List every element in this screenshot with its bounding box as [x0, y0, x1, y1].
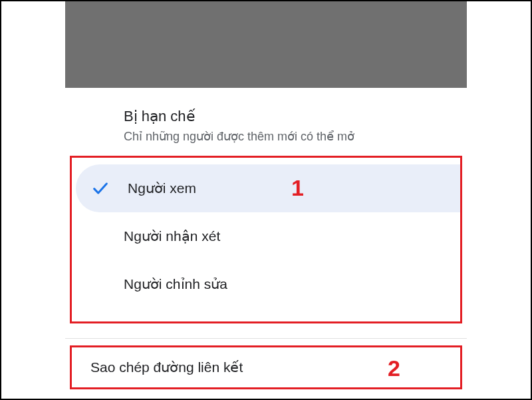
copy-link-button[interactable]: Sao chép đường liên kết	[90, 359, 243, 375]
restriction-header: Bị hạn chế Chỉ những người được thêm mới…	[65, 108, 467, 144]
annotation-1: 1	[291, 175, 304, 201]
header-placeholder	[65, 1, 467, 88]
check-icon	[90, 178, 110, 198]
phone-viewport: Bị hạn chế Chỉ những người được thêm mới…	[65, 1, 467, 399]
role-option-label: Người xem	[128, 180, 196, 196]
role-option-viewer[interactable]: Người xem	[76, 164, 460, 212]
role-option-commenter[interactable]: Người nhận xét	[72, 212, 460, 260]
frame: Bị hạn chế Chỉ những người được thêm mới…	[0, 0, 532, 400]
copy-link-highlight: Sao chép đường liên kết 2	[70, 345, 462, 389]
restriction-title: Bị hạn chế	[124, 108, 454, 125]
share-panel: Bị hạn chế Chỉ những người được thêm mới…	[65, 88, 467, 389]
role-option-editor[interactable]: Người chỉnh sửa	[72, 260, 460, 308]
annotation-2: 2	[388, 355, 400, 381]
role-options-highlight: 1 Người xem Người nhận xét Người chỉnh s…	[70, 156, 462, 323]
restriction-subtitle: Chỉ những người được thêm mới có thể mở	[124, 129, 454, 144]
role-option-label: Người chỉnh sửa	[124, 276, 227, 292]
divider	[65, 338, 467, 339]
role-option-label: Người nhận xét	[124, 228, 220, 244]
